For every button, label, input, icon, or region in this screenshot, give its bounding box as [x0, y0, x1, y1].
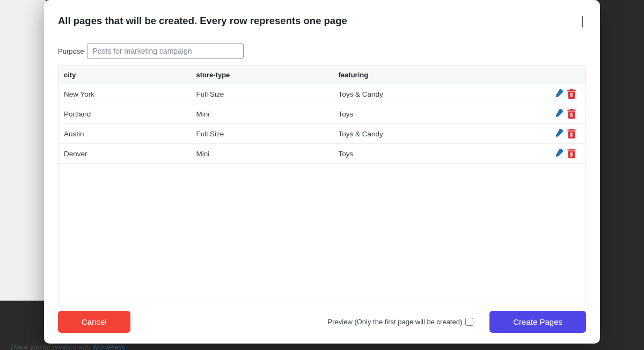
- col-header-store-type: store-type: [191, 66, 333, 84]
- cell-city: New York: [58, 84, 191, 104]
- table-header-row: city store-type featuring: [58, 66, 586, 84]
- cell-store-type: Full Size: [191, 124, 333, 144]
- table-row: Denver Mini Toys: [58, 144, 586, 164]
- close-icon[interactable]: |: [579, 15, 586, 27]
- table-row: Portland Mini Toys: [58, 104, 586, 124]
- table-row: New York Full Size Toys & Candy: [58, 84, 586, 104]
- create-pages-button[interactable]: Create Pages: [489, 311, 586, 333]
- purpose-input[interactable]: [87, 43, 244, 59]
- cell-store-type: Mini: [191, 104, 333, 124]
- preview-checkbox[interactable]: [465, 318, 473, 326]
- cell-store-type: Mini: [191, 144, 333, 164]
- col-header-featuring: featuring: [333, 66, 510, 84]
- cell-featuring: Toys & Candy: [333, 124, 510, 144]
- wp-footer: Thank you for creating with WordPress: [10, 344, 125, 350]
- cell-actions: [510, 144, 586, 164]
- col-header-city: city: [58, 66, 191, 84]
- preview-label: Preview (Only the first page will be cre…: [328, 318, 463, 326]
- purpose-label: Purpose: [58, 47, 84, 55]
- modal-header: All pages that will be created. Every ro…: [58, 15, 586, 27]
- delete-icon[interactable]: [567, 149, 576, 157]
- purpose-row: Purpose: [58, 43, 586, 59]
- cell-featuring: Toys & Candy: [333, 84, 510, 104]
- edit-icon[interactable]: [555, 129, 564, 137]
- cell-city: Austin: [58, 124, 191, 144]
- table-row: Austin Full Size Toys & Candy: [58, 124, 586, 144]
- preview-toggle[interactable]: Preview (Only the first page will be cre…: [328, 318, 474, 326]
- pages-table-wrap: city store-type featuring New York Full …: [58, 65, 586, 302]
- wp-footer-text: Thank you for creating with: [10, 344, 92, 350]
- background-panel: [0, 0, 46, 301]
- footer-right: Preview (Only the first page will be cre…: [328, 311, 586, 333]
- cell-actions: [510, 124, 586, 144]
- create-pages-modal: All pages that will be created. Every ro…: [44, 0, 600, 344]
- pages-table: city store-type featuring New York Full …: [58, 66, 586, 164]
- edit-icon[interactable]: [555, 149, 564, 157]
- delete-icon[interactable]: [567, 89, 576, 98]
- modal-title: All pages that will be created. Every ro…: [58, 15, 347, 27]
- cell-actions: [510, 84, 586, 104]
- modal-footer: Cancel Preview (Only the first page will…: [58, 311, 586, 333]
- col-header-actions: [510, 66, 586, 84]
- cell-actions: [510, 104, 586, 124]
- cell-featuring: Toys: [333, 144, 510, 164]
- delete-icon[interactable]: [567, 129, 576, 137]
- delete-icon[interactable]: [567, 109, 576, 118]
- cancel-button[interactable]: Cancel: [58, 311, 130, 333]
- cell-store-type: Full Size: [191, 84, 333, 104]
- cell-featuring: Toys: [333, 104, 510, 124]
- cell-city: Denver: [58, 144, 191, 164]
- edit-icon[interactable]: [555, 89, 564, 98]
- cell-city: Portland: [58, 104, 191, 124]
- wp-footer-link[interactable]: WordPress: [92, 344, 126, 350]
- edit-icon[interactable]: [555, 109, 564, 118]
